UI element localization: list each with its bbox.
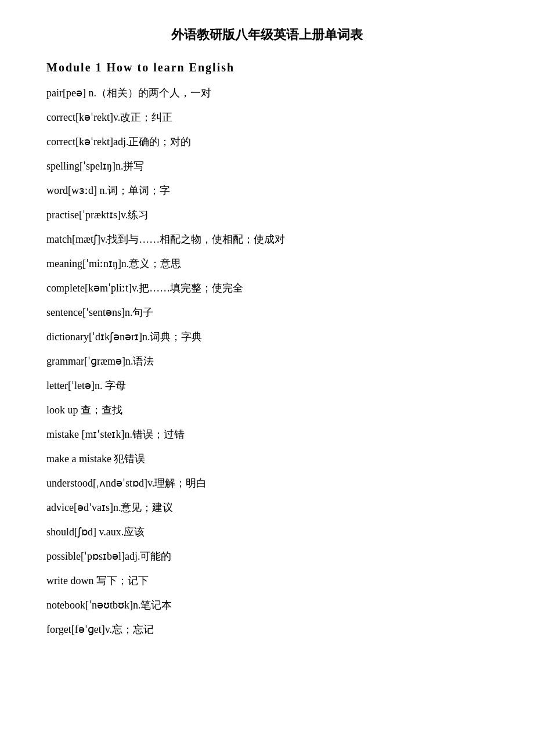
word-entry: complete[kəmˈpliːt]v.把……填完整；使完全 (46, 278, 488, 298)
word-entry: letter[ˈletə]n. 字母 (46, 375, 488, 396)
word-entry: pair[peə] n.（相关）的两个人，一对 (46, 82, 488, 103)
word-entry: sentence[ˈsentəns]n.句子 (46, 302, 488, 323)
word-entry: should[ʃɒd] v.aux.应该 (46, 521, 488, 542)
word-entry: grammar[ˈɡræmə]n.语法 (46, 351, 488, 372)
word-entry: notebook[ˈnəʊtbʊk]n.笔记本 (46, 595, 488, 615)
word-entry: write down 写下；记下 (46, 570, 488, 591)
word-entry: word[wɜːd] n.词；单词；字 (46, 180, 488, 201)
word-entry: make a mistake 犯错误 (46, 448, 488, 469)
word-entry: dictionary[ˈdɪkʃənərɪ]n.词典；字典 (46, 326, 488, 347)
word-entry: look up 查；查找 (46, 399, 488, 420)
word-entry: correct[kəˈrekt]adj.正确的；对的 (46, 131, 488, 152)
word-entry: spelling[ˈspelɪŋ]n.拼写 (46, 156, 488, 177)
word-entry: mistake [mɪˈsteɪk]n.错误；过错 (46, 424, 488, 445)
word-entry: understood[ˌʌndəˈstɒd]v.理解；明白 (46, 473, 488, 494)
module-header: Module 1 How to learn English (46, 57, 488, 78)
word-entry: possible[ˈpɒsɪbəl]adj.可能的 (46, 546, 488, 567)
page-title: 外语教研版八年级英语上册单词表 (46, 23, 488, 46)
word-entry: practise[ˈpræktɪs]v.练习 (46, 204, 488, 225)
word-entry: meaning[ˈmiːnɪŋ]n.意义；意思 (46, 253, 488, 274)
word-entry: forget[fəˈɡet]v.忘；忘记 (46, 619, 488, 640)
word-entry: match[mætʃ]v.找到与……相配之物，使相配；使成对 (46, 229, 488, 250)
word-entry: correct[kəˈrekt]v.改正；纠正 (46, 107, 488, 128)
word-entry: advice[ədˈvaɪs]n.意见；建议 (46, 497, 488, 518)
